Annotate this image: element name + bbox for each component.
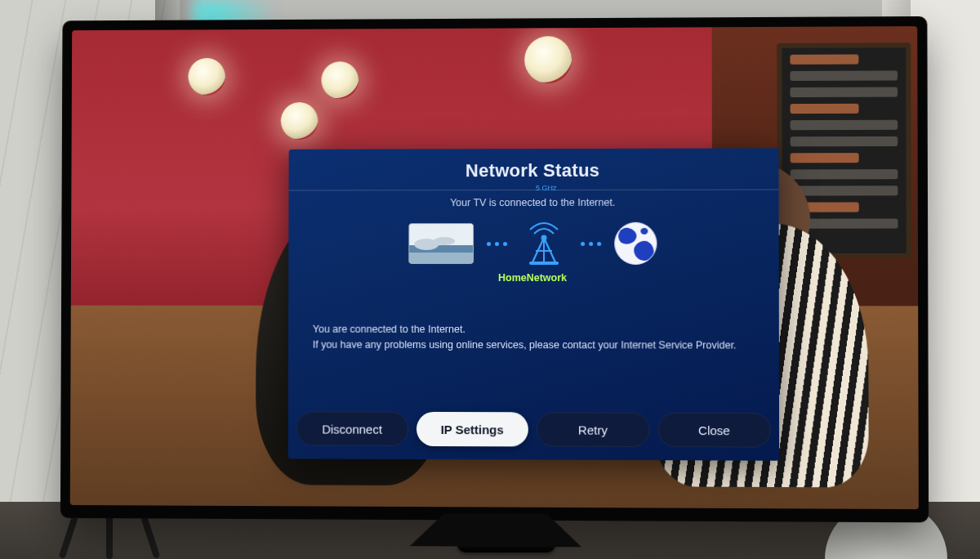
ip-settings-button[interactable]: IP Settings: [416, 412, 528, 447]
retry-button[interactable]: Retry: [537, 412, 649, 447]
network-name-label: HomeNetwork: [288, 272, 779, 284]
router-band-label: 5 GHz: [536, 184, 557, 192]
status-message-line2: If you have any problems using online se…: [313, 337, 755, 353]
wifi-router-icon: 5 GHz: [520, 221, 568, 266]
tripod: [41, 514, 180, 559]
svg-rect-3: [529, 262, 559, 265]
dialog-title: Network Status: [289, 148, 779, 190]
status-message-line1: You are connected to the Internet.: [313, 322, 755, 338]
network-status-dialog: Network Status Your TV is connected to t…: [288, 148, 779, 460]
tv-frame: Network Status Your TV is connected to t…: [62, 18, 927, 521]
connection-dots-left: [487, 242, 507, 246]
status-message: You are connected to the Internet. If yo…: [313, 322, 755, 353]
dialog-button-row: Disconnect IP Settings Retry Close: [296, 411, 771, 447]
connection-diagram: 5 GHz: [288, 221, 778, 266]
dialog-subtitle: Your TV is connected to the Internet.: [288, 197, 778, 209]
room-background: Network Status Your TV is connected to t…: [0, 0, 980, 559]
tv-device-icon: [408, 223, 474, 264]
internet-globe-icon: [614, 222, 657, 265]
disconnect-button[interactable]: Disconnect: [296, 411, 408, 445]
close-button[interactable]: Close: [657, 413, 771, 448]
tv-screen: Network Status Your TV is connected to t…: [70, 26, 919, 509]
connection-dots-right: [581, 241, 601, 245]
dialog-divider: [289, 190, 779, 191]
